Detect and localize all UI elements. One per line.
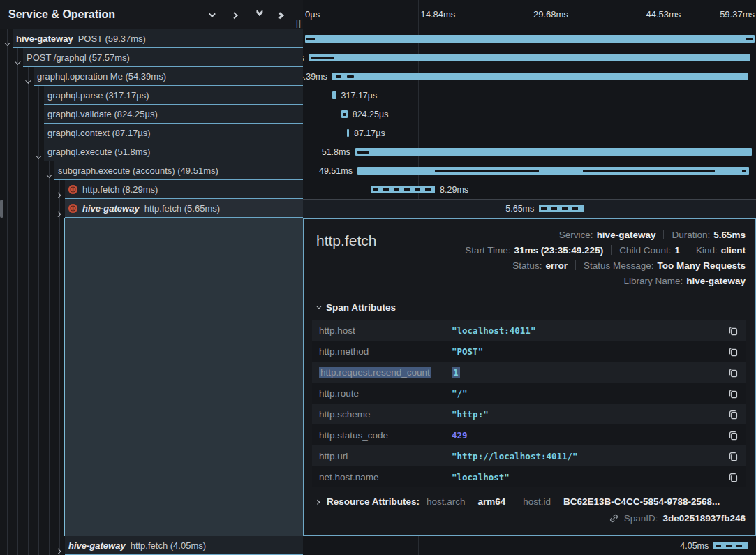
tree-row[interactable]: graphql.execute (51.8ms) xyxy=(0,142,303,161)
copy-icon[interactable] xyxy=(727,388,739,399)
child-span-mark xyxy=(742,170,746,172)
chevron-right-icon[interactable] xyxy=(57,206,61,219)
attribute-value: "/" xyxy=(452,388,727,399)
meta-label: Child Count: xyxy=(619,245,671,256)
span-row-label: graphql.context (87.17µs) xyxy=(45,124,151,142)
chevron-down-icon[interactable] xyxy=(36,149,40,162)
service-name: hive-gateway xyxy=(82,203,140,214)
span-bar[interactable] xyxy=(347,129,349,137)
tree-row[interactable]: hive-gatewayPOST (59.37ms) xyxy=(0,29,303,48)
tree-row[interactable]: graphql.operation Me (54.39ms) xyxy=(0,67,303,86)
waterfall-row[interactable]: 4.05ms xyxy=(303,536,756,555)
chevron-down-icon[interactable] xyxy=(46,168,50,181)
resource-attributes-row[interactable]: Resource Attributes: host.arch=arm64host… xyxy=(304,487,755,507)
meta-value: Too Many Requests xyxy=(657,260,746,271)
chevron-down-icon[interactable] xyxy=(4,36,8,49)
span-bar[interactable] xyxy=(355,148,752,156)
span-bar[interactable] xyxy=(371,186,435,193)
resource-attributes-title: Resource Attributes: xyxy=(327,496,420,507)
divider xyxy=(514,496,514,507)
chevron-down-icon[interactable] xyxy=(25,74,29,87)
tree-row[interactable]: subgraph.execute (accounts) (49.51ms) xyxy=(0,161,303,180)
span-bar[interactable] xyxy=(332,91,336,99)
duration-label: 317.17µs xyxy=(341,91,378,101)
span-row-label: hive-gatewayPOST (59.37ms) xyxy=(14,29,146,47)
chevron-down-icon[interactable] xyxy=(15,55,19,68)
scrollbar-thumb[interactable] xyxy=(0,200,3,218)
attribute-key: net.host.name xyxy=(319,472,452,482)
tree-row[interactable]: graphql.validate (824.25µs) xyxy=(0,105,303,124)
copy-icon[interactable] xyxy=(727,367,739,378)
collapse-all-icon[interactable] xyxy=(253,9,264,20)
span-row-label: graphql.parse (317.17µs) xyxy=(45,86,149,104)
copy-icon[interactable] xyxy=(727,430,739,441)
attribute-value: 1 xyxy=(452,367,727,378)
span-attributes-header[interactable]: Span Attributes xyxy=(304,288,755,318)
resource-value: arm64 xyxy=(477,496,505,507)
waterfall-plot: 51.8ms xyxy=(305,142,756,161)
waterfall-row[interactable]: 87.17µs xyxy=(303,124,756,142)
span-bar[interactable] xyxy=(539,205,583,212)
copy-icon[interactable] xyxy=(727,472,739,482)
span-id-label: SpanID: xyxy=(624,513,658,524)
copy-icon[interactable] xyxy=(727,451,739,461)
waterfall-row[interactable]: 317.17µs xyxy=(303,86,756,105)
tree-row[interactable]: hive-gatewayhttp.fetch (4.05ms) xyxy=(0,536,303,555)
expand-one-icon[interactable] xyxy=(229,9,240,20)
attribute-row: http.url"http://localhost:4011/" xyxy=(312,445,746,466)
expand-all-icon[interactable] xyxy=(276,9,288,20)
chevron-right-icon[interactable] xyxy=(57,187,61,200)
waterfall-row[interactable]: 54.39ms xyxy=(303,67,756,86)
waterfall-row[interactable]: 824.25µs xyxy=(303,105,756,124)
tree-row[interactable]: graphql.parse (317.17µs) xyxy=(0,86,303,105)
span-row-label: !http.fetch (8.29ms) xyxy=(66,180,158,198)
operation-name: graphql.operation Me (54.39ms) xyxy=(37,71,166,82)
attribute-key: http.url xyxy=(319,451,452,461)
span-row-label: POST /graphql (57.57ms) xyxy=(24,48,130,66)
section-title: Span Attributes xyxy=(326,302,396,313)
attribute-value: "http://localhost:4011/" xyxy=(452,451,727,461)
collapse-one-icon[interactable] xyxy=(205,9,216,20)
waterfall-plot: 49.51ms xyxy=(305,161,756,180)
chevron-right-icon[interactable] xyxy=(57,543,61,555)
waterfall-plot: 317.17µs xyxy=(305,86,756,105)
span-bar[interactable] xyxy=(309,54,750,61)
copy-icon[interactable] xyxy=(727,409,739,420)
tree-row[interactable]: POST /graphql (57.57ms) xyxy=(0,48,303,67)
chevron-right-icon xyxy=(315,500,320,505)
timeline-tick: 29.68ms xyxy=(533,9,568,20)
copy-icon[interactable] xyxy=(727,346,739,357)
waterfall-row[interactable]: 51.8ms xyxy=(303,142,756,161)
span-bar[interactable] xyxy=(332,73,748,80)
waterfall-plot: 824.25µs xyxy=(305,105,756,124)
waterfall-plot: 59.37ms xyxy=(305,29,756,48)
trace-viewer: 0µs14.84ms29.68ms44.53ms59.37ms 59.37ms5… xyxy=(0,0,756,555)
meta-value: 5.65ms xyxy=(713,230,746,240)
divider xyxy=(575,260,576,270)
span-bar[interactable] xyxy=(341,110,348,118)
copy-icon[interactable] xyxy=(727,325,739,336)
error-icon: ! xyxy=(68,204,77,213)
waterfall-plot: 57.57ms xyxy=(305,48,756,67)
tree-row[interactable]: !http.fetch (8.29ms) xyxy=(0,180,303,199)
attribute-key: http.request.resend_count xyxy=(319,367,452,378)
service-name: hive-gateway xyxy=(16,34,73,44)
resource-value: BC62E13B-C4CC-5854-9788-2568... xyxy=(563,496,720,507)
operation-name: POST (59.37ms) xyxy=(78,34,146,44)
panel-resize-handle[interactable]: || xyxy=(296,18,302,28)
span-row-label: subgraph.execute (accounts) (49.51ms) xyxy=(56,161,218,179)
service-name: hive-gateway xyxy=(68,540,126,551)
waterfall-row[interactable]: 59.37ms xyxy=(303,29,756,48)
waterfall-row[interactable]: 57.57ms xyxy=(303,48,756,67)
waterfall-row[interactable]: 49.51ms xyxy=(303,161,756,180)
span-detail-panel: http.fetch Service:hive-gatewayDuration:… xyxy=(303,218,756,536)
tree-row[interactable]: graphql.context (87.17µs) xyxy=(0,124,303,142)
span-bar[interactable] xyxy=(713,542,748,549)
tree-row[interactable]: !hive-gatewayhttp.fetch (5.65ms) xyxy=(0,199,303,218)
tree-header: Service & Operation || xyxy=(0,0,303,29)
operation-name: graphql.context (87.17µs) xyxy=(47,128,151,138)
attribute-value: "localhost" xyxy=(452,472,727,482)
span-bar[interactable] xyxy=(305,35,755,43)
waterfall-row[interactable]: 5.65ms xyxy=(303,199,756,218)
waterfall-row[interactable]: 8.29ms xyxy=(303,180,756,199)
